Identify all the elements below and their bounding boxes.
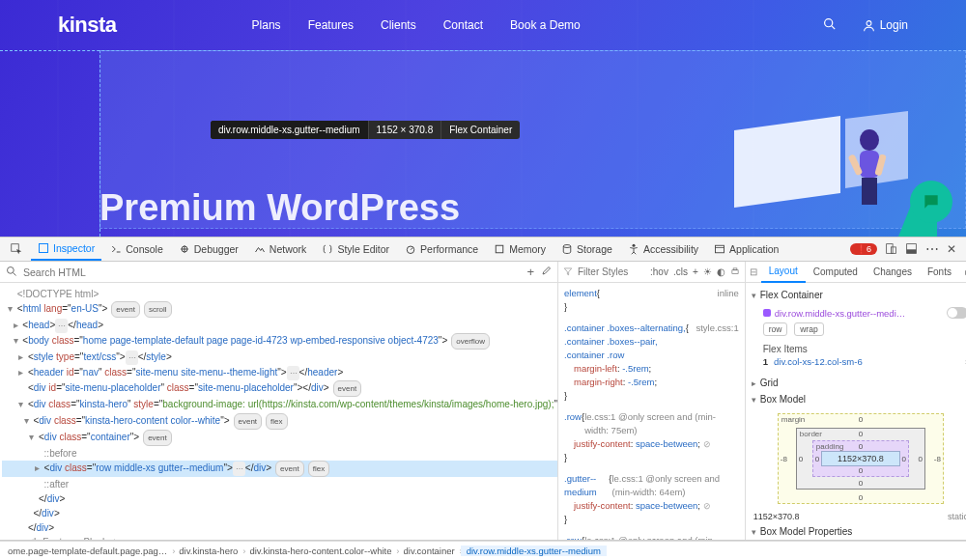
breadcrumb-item[interactable]: ome.page-template-default.page.pag…: [2, 546, 173, 556]
light-mode-icon[interactable]: ☀: [703, 266, 712, 278]
hero-headline: Premium WordPress: [99, 187, 460, 229]
nav-book-demo[interactable]: Book a Demo: [510, 18, 581, 32]
breadcrumb-item[interactable]: div.kinsta-hero-content.color--white: [243, 546, 397, 556]
flex-overlay-toggle[interactable]: [947, 307, 966, 319]
css-rule[interactable]: .row {le.css:1 @only screen and (min-wid…: [564, 534, 739, 540]
tree-line[interactable]: ▸ <style type="text/css">⋯</style>: [2, 350, 557, 365]
chevron-right-icon[interactable]: ▸: [959, 266, 966, 277]
tree-line[interactable]: </div>: [2, 506, 557, 520]
tab-network[interactable]: Network: [247, 238, 314, 261]
tree-line[interactable]: <!DOCTYPE html>: [2, 287, 557, 301]
tab-application[interactable]: Application: [707, 238, 785, 261]
css-rule[interactable]: .row {le.css:1 @only screen and (min-wid…: [564, 410, 739, 464]
tree-line[interactable]: ▸ <div class="row middle-xs gutter--medi…: [2, 461, 557, 477]
svg-rect-12: [40, 244, 48, 253]
cls-button[interactable]: .cls: [673, 266, 688, 278]
tree-line[interactable]: ▾ <div class="kinsta-hero" style="backgr…: [2, 397, 557, 413]
print-icon[interactable]: [730, 266, 740, 278]
hero-illustration: [667, 111, 937, 237]
tooltip-type: Flex Container: [441, 121, 520, 139]
section-box-model[interactable]: ▾Box Model: [746, 391, 966, 407]
layout-body: ▾Flex Container div.row.middle-xs.gutter…: [746, 283, 966, 540]
dock-mode-icon[interactable]: [905, 242, 918, 257]
svg-rect-7: [862, 178, 877, 205]
chat-widget[interactable]: [910, 181, 952, 223]
tab-storage[interactable]: Storage: [554, 238, 619, 261]
hov-button[interactable]: :hov: [650, 266, 668, 278]
tab-inspector[interactable]: Inspector: [31, 238, 101, 261]
tab-memory[interactable]: Memory: [487, 238, 553, 261]
tab-performance[interactable]: Performance: [398, 238, 485, 261]
tree-line[interactable]: ::before: [2, 446, 557, 461]
tree-line[interactable]: </div>: [2, 491, 557, 506]
tree-line[interactable]: <div id="site-menu-placeholder" class="s…: [2, 380, 557, 397]
more-icon[interactable]: ⋯: [925, 241, 939, 257]
breadcrumb-item[interactable]: div.kinsta-hero: [173, 546, 243, 556]
box-model-diagram[interactable]: margin 00-8-8 border 0000 padding 0000 1…: [778, 413, 944, 504]
nav-plans[interactable]: Plans: [252, 18, 281, 32]
css-rule[interactable]: .container .boxes--alternating,.containe…: [564, 322, 739, 403]
breadcrumb-item[interactable]: div.container: [398, 546, 461, 556]
breadcrumb-item[interactable]: div.row.middle-xs.gutter--medium: [461, 546, 607, 556]
login-link[interactable]: Login: [863, 18, 908, 32]
section-grid[interactable]: ▸Grid: [746, 375, 966, 391]
tree-line[interactable]: ::after: [2, 477, 557, 491]
tree-line[interactable]: ▸ <head>⋯</head>: [2, 318, 557, 333]
nav-contact[interactable]: Contact: [443, 18, 483, 32]
svg-point-16: [563, 245, 571, 248]
tree-line[interactable]: ▾ <div class="kinsta-hero-content color-…: [2, 413, 557, 430]
nav-features[interactable]: Features: [308, 18, 354, 32]
tooltip-selector: div.row.middle-xs.gutter--medium: [211, 121, 368, 139]
overlay-color-swatch[interactable]: [763, 309, 771, 317]
devtools-tabbar: Inspector Console Debugger Network Style…: [0, 237, 966, 262]
html-panel: + <!DOCTYPE html>▾ <html lang="en-US">ev…: [0, 262, 558, 540]
tree-line[interactable]: ▸ <header id="nav" class="site-menu site…: [2, 365, 557, 380]
svg-rect-23: [907, 249, 917, 253]
svg-rect-15: [496, 245, 503, 253]
css-rule[interactable]: .gutter--medium {le.css:1 @only screen a…: [564, 472, 739, 526]
tab-accessibility[interactable]: Accessibility: [621, 238, 705, 261]
layout-tab-fonts[interactable]: Fonts: [920, 262, 959, 283]
breadcrumb[interactable]: ome.page-template-default.page.pag…div.k…: [0, 541, 966, 560]
error-count-badge[interactable]: ❗6: [850, 243, 877, 255]
tree-line[interactable]: </div>: [2, 520, 557, 535]
flex-item-row[interactable]: 1 div.col-xs-12.col-sm-6 ›: [763, 354, 966, 369]
site-logo[interactable]: kinsta: [58, 13, 117, 38]
add-icon[interactable]: +: [526, 265, 534, 279]
close-icon[interactable]: ✕: [947, 242, 956, 256]
eyedropper-icon[interactable]: [540, 266, 552, 279]
layout-tab-computed[interactable]: Computed: [806, 262, 866, 283]
tab-console[interactable]: Console: [103, 238, 170, 261]
html-tree[interactable]: <!DOCTYPE html>▾ <html lang="en-US">even…: [0, 283, 557, 540]
hero-area: Premium WordPress: [0, 50, 966, 237]
svg-point-0: [824, 19, 832, 27]
tree-line[interactable]: ▾ <html lang="en-US">eventscroll: [2, 301, 557, 318]
layout-collapse-icon[interactable]: ⊟: [746, 266, 761, 277]
section-flex-container[interactable]: ▾Flex Container: [746, 287, 966, 303]
tree-line[interactable]: ▾ <div class="container">event: [2, 430, 557, 446]
styles-rules[interactable]: element {inline}.container .boxes--alter…: [558, 283, 745, 540]
search-html-input[interactable]: [23, 266, 521, 278]
contrast-icon[interactable]: ◐: [717, 266, 725, 278]
tab-style-editor[interactable]: Style Editor: [315, 238, 396, 261]
svg-rect-20: [887, 243, 894, 253]
tab-debugger[interactable]: Debugger: [172, 238, 245, 261]
layout-tab-layout[interactable]: Layout: [761, 262, 806, 283]
svg-line-1: [832, 26, 835, 29]
add-rule-button[interactable]: +: [693, 266, 698, 278]
svg-marker-4: [845, 111, 908, 188]
search-icon[interactable]: [823, 17, 836, 33]
section-box-props[interactable]: ▾Box Model Properties: [746, 523, 966, 540]
filter-styles-input[interactable]: [578, 266, 645, 277]
tab-pick-element[interactable]: [4, 238, 29, 261]
layout-tab-changes[interactable]: Changes: [866, 262, 920, 283]
nav-clients[interactable]: Clients: [381, 18, 416, 32]
tree-line[interactable]: <!--Features Block-->: [2, 535, 557, 540]
styles-panel: :hov .cls + ☀ ◐ element {inline}.contain…: [558, 262, 746, 540]
svg-point-2: [867, 20, 871, 25]
responsive-mode-icon[interactable]: [885, 242, 897, 257]
flex-container-selector[interactable]: div.row.middle-xs.gutter--medi…: [763, 307, 966, 319]
css-rule[interactable]: element {inline}: [564, 287, 739, 314]
search-icon[interactable]: [6, 266, 17, 279]
tree-line[interactable]: ▾ <body class="home page-template-defaul…: [2, 333, 557, 350]
